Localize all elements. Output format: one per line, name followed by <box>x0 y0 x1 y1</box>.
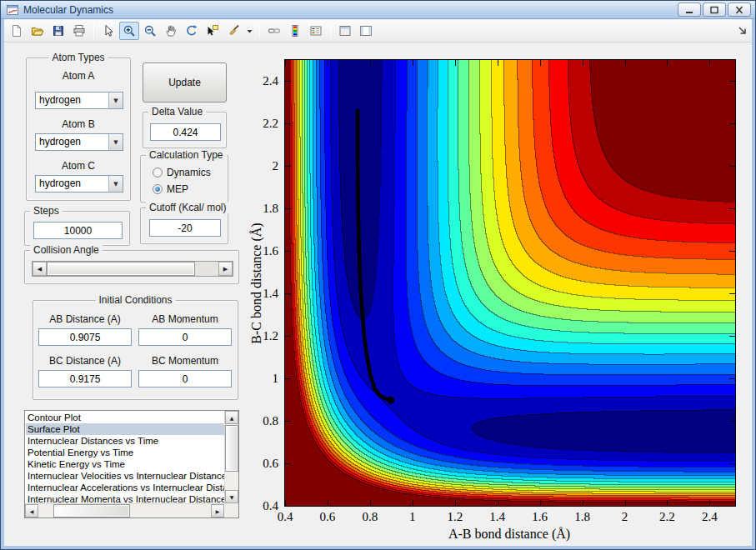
chevron-down-icon[interactable]: ▼ <box>108 176 123 192</box>
link-plots-button[interactable] <box>264 22 284 40</box>
hide-plot-tools-icon <box>338 24 352 38</box>
dock-figure-icon[interactable] <box>737 25 748 37</box>
insert-colorbar-button[interactable] <box>285 22 305 40</box>
y-tick-label: 1.8 <box>263 202 278 216</box>
x-axis-label: A-B bond distance (Å) <box>284 527 734 542</box>
radio-dynamics[interactable]: Dynamics <box>153 167 211 178</box>
bc-distance-field[interactable] <box>38 370 132 388</box>
x-tick-label: 1.2 <box>447 510 463 524</box>
scroll-down-arrow-icon[interactable]: ▼ <box>225 490 238 503</box>
zoom-out-button[interactable] <box>140 22 160 40</box>
toolbar-separator <box>330 23 331 38</box>
bc-momentum-field[interactable] <box>138 370 232 388</box>
x-tick-label: 2.4 <box>702 510 718 524</box>
insert-legend-button[interactable] <box>306 22 326 40</box>
slider-track[interactable] <box>195 262 218 276</box>
y-axis-label: B-C bond distance (Å) <box>249 222 264 343</box>
rotate-3d-icon <box>185 24 198 38</box>
collision-angle-slider[interactable]: ◀ ▶ <box>32 261 233 277</box>
ab-momentum-field[interactable] <box>138 328 232 346</box>
plot-type-option[interactable]: Internuclear Momenta vs Internuclear Dis… <box>26 493 224 503</box>
show-plot-tools-button[interactable] <box>356 22 376 40</box>
show-plot-tools-icon <box>359 24 373 38</box>
y-tick-label: 2 <box>273 159 279 173</box>
open-file-icon <box>31 24 44 38</box>
slider-right-arrow-icon[interactable]: ▶ <box>218 262 233 276</box>
panel-title: Atom Types <box>48 52 108 63</box>
new-figure-button[interactable] <box>7 22 27 40</box>
edit-plot-icon <box>102 24 115 38</box>
plot-type-option[interactable]: Internuclear Distances vs Time <box>26 435 224 447</box>
steps-field[interactable] <box>33 222 123 239</box>
hide-plot-tools-button[interactable] <box>335 22 355 40</box>
delta-value-field[interactable] <box>150 123 221 141</box>
zoom-out-icon <box>143 24 157 38</box>
rotate-3d-button[interactable] <box>182 22 202 40</box>
chevron-down-icon[interactable]: ▼ <box>108 134 123 150</box>
calculation-type-panel: Calculation Type Dynamics MEP <box>140 155 228 202</box>
maximize-icon <box>709 6 719 14</box>
open-file-button[interactable] <box>28 22 48 40</box>
minimize-button[interactable] <box>678 2 701 17</box>
close-button[interactable] <box>728 2 751 17</box>
horizontal-scroll-thumb[interactable] <box>53 504 130 518</box>
plot-type-option[interactable]: Internuclear Velocities vs Internuclear … <box>26 470 224 482</box>
y-tick-label: 1.6 <box>263 244 278 258</box>
pan-button[interactable] <box>161 22 181 40</box>
print-figure-button[interactable] <box>69 22 89 40</box>
plot-type-option[interactable]: Surface Plot <box>26 423 224 435</box>
atom-b-select[interactable]: hydrogen ▼ <box>35 133 123 151</box>
atom-a-label: Atom A <box>27 70 130 82</box>
scroll-right-arrow-icon[interactable]: ▶ <box>211 504 224 518</box>
chevron-down-icon[interactable]: ▼ <box>108 92 123 108</box>
plot-type-listbox[interactable]: Contour PlotSurface PlotInternuclear Dis… <box>24 410 239 518</box>
delta-value-panel: Delta Value <box>143 112 227 148</box>
cutoff-field[interactable] <box>149 219 221 237</box>
vertical-scroll-thumb[interactable] <box>225 425 238 472</box>
maximize-button[interactable] <box>703 2 726 17</box>
horizontal-scrollbar[interactable]: ◀ ▶ <box>25 503 224 518</box>
brush-button[interactable] <box>223 22 243 40</box>
atom-a-select[interactable]: hydrogen ▼ <box>35 92 123 109</box>
insert-legend-icon <box>309 24 323 38</box>
edit-plot-button[interactable] <box>98 22 118 40</box>
save-figure-button[interactable] <box>48 22 68 40</box>
plot-type-option[interactable]: Kinetic Energy vs Time <box>26 458 224 470</box>
panel-title: Cutoff (Kcal/ mol) <box>146 202 229 213</box>
brush-dropdown-button[interactable] <box>244 22 255 40</box>
slider-left-arrow-icon[interactable]: ◀ <box>33 262 47 276</box>
plot-type-option[interactable]: Internuclear Accelerations vs Internucle… <box>26 482 224 493</box>
x-tick-label: 1.6 <box>532 510 548 524</box>
atom-c-select[interactable]: hydrogen ▼ <box>35 175 123 192</box>
data-cursor-button[interactable] <box>203 22 223 40</box>
plot-type-option[interactable]: Contour Plot <box>26 412 224 423</box>
ab-distance-field[interactable] <box>38 328 132 346</box>
pan-icon <box>164 24 178 38</box>
y-tick-label: 0.6 <box>263 457 278 471</box>
plot-area: A-B bond distance (Å) B-C bond distance … <box>284 59 734 505</box>
contour-plot-canvas[interactable] <box>284 59 736 507</box>
panel-title: Calculation Type <box>146 149 227 161</box>
scrollbar-corner <box>224 503 238 518</box>
plot-type-list: Contour PlotSurface PlotInternuclear Dis… <box>26 412 224 503</box>
radio-mep[interactable]: MEP <box>153 183 188 195</box>
y-tick-label: 1.2 <box>263 329 278 343</box>
steps-panel: Steps <box>24 211 130 246</box>
panel-title: Steps <box>30 205 63 217</box>
y-tick-label: 0.4 <box>263 499 278 513</box>
window-title: Molecular Dynamics <box>23 4 113 16</box>
scroll-left-arrow-icon[interactable]: ◀ <box>25 504 38 518</box>
toolbar <box>2 20 754 42</box>
slider-thumb[interactable] <box>47 262 195 276</box>
collision-angle-panel: Collision Angle ◀ ▶ <box>24 250 239 284</box>
zoom-in-button[interactable] <box>119 22 139 40</box>
vertical-scrollbar[interactable]: ▲ ▼ <box>224 411 238 503</box>
scroll-up-arrow-icon[interactable]: ▲ <box>225 411 238 424</box>
x-tick-label: 1.4 <box>489 510 505 524</box>
app-window: Molecular Dynamics Atom Types Atom A hyd… <box>0 0 756 550</box>
titlebar: Molecular Dynamics <box>1 1 755 19</box>
window-frame-right <box>752 19 755 549</box>
y-tick-label: 1 <box>273 372 279 386</box>
update-button[interactable]: Update <box>143 62 227 102</box>
plot-type-option[interactable]: Potential Energy vs Time <box>26 447 224 458</box>
